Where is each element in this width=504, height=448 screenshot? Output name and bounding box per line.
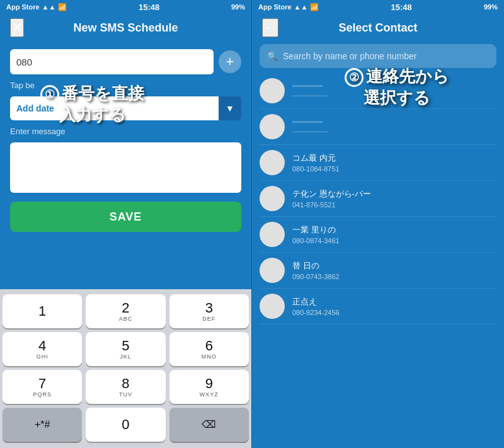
list-item[interactable]: テ化ン 恩ながら-バー 041-876-5521 <box>260 181 496 217</box>
list-item[interactable]: コム最 内元 080-1084-8751 <box>260 145 496 181</box>
right-panel-wrapper: App Store ▲▲ 📶 15:48 99% ← Select Contac… <box>252 0 504 448</box>
contact-info: ━━━━━━ ━━━━━━━━ <box>292 117 328 136</box>
keyboard: 1 2 ABC 3 DEF 4 GHI 5 JKL 6 MNO <box>0 289 251 448</box>
avatar <box>260 114 285 139</box>
annotation-text-right: ②連絡先から選択する <box>296 66 498 109</box>
phone-input[interactable] <box>10 49 214 74</box>
circle-1: ① <box>40 85 59 104</box>
contact-phone: 080-9234-2456 <box>292 309 340 316</box>
contact-name: ━━━━━━ <box>292 117 328 127</box>
list-item[interactable]: 正点え 080-9234-2456 <box>260 289 496 325</box>
search-bar[interactable]: 🔍 Search by name or phone number <box>260 44 496 68</box>
key-3[interactable]: 3 DEF <box>169 294 249 328</box>
list-item[interactable]: ━━━━━━ ━━━━━━━━ <box>260 109 496 145</box>
keyboard-row-3: 7 PQRS 8 TUV 9 WXYZ <box>3 370 249 404</box>
avatar <box>260 78 285 103</box>
key-8[interactable]: 8 TUV <box>86 370 165 404</box>
contact-info: コム最 内元 080-1084-8751 <box>292 152 340 173</box>
avatar <box>260 294 285 319</box>
key-delete[interactable]: ⌫ <box>169 408 249 442</box>
left-panel: App Store ▲▲ 📶 15:48 99% ✕ New SMS Sched… <box>0 0 251 448</box>
keyboard-row-4: +*# 0 ⌫ <box>3 408 249 442</box>
key-6[interactable]: 6 MNO <box>169 332 249 366</box>
avatar <box>260 186 285 211</box>
right-status-right: 99% <box>484 3 498 11</box>
contact-name: 一業 里りの <box>292 224 340 236</box>
key-symbols[interactable]: +*# <box>3 408 82 442</box>
search-icon: 🔍 <box>267 51 278 61</box>
contact-name: 替 日の <box>292 260 340 272</box>
form-area: + Tap be Add date ▼ Enter message SAVE <box>0 42 251 239</box>
right-page-title: Select Contact <box>338 21 417 35</box>
wifi-icon: 📶 <box>58 3 67 11</box>
annotation-text-left: ①番号を直接入力する <box>40 83 144 126</box>
back-button[interactable]: ← <box>262 18 278 37</box>
chevron-down-icon[interactable]: ▼ <box>219 96 241 120</box>
right-status-bar: App Store ▲▲ 📶 15:48 99% <box>252 0 504 14</box>
contact-phone: ━━━━━━━━ <box>292 128 328 136</box>
add-recipient-button[interactable]: + <box>219 50 241 73</box>
avatar <box>260 222 285 247</box>
left-time: 15:48 <box>139 3 159 12</box>
right-app-store-label: App Store <box>258 3 292 11</box>
contact-name: コム最 内元 <box>292 152 340 164</box>
contact-name: 正点え <box>292 296 340 307</box>
key-0[interactable]: 0 <box>86 408 165 442</box>
search-placeholder: Search by name or phone number <box>283 51 416 61</box>
save-button[interactable]: SAVE <box>10 202 241 232</box>
keyboard-row-2: 4 GHI 5 JKL 6 MNO <box>3 332 249 366</box>
app-store-label: App Store <box>6 3 40 11</box>
right-wifi-icon: 📶 <box>310 3 319 11</box>
contact-info: 一業 里りの 080-0874-3461 <box>292 224 340 244</box>
key-9[interactable]: 9 WXYZ <box>169 370 249 404</box>
contact-phone: 090-0743-3862 <box>292 273 340 280</box>
close-button[interactable]: ✕ <box>10 18 24 37</box>
right-time: 15:48 <box>391 3 412 12</box>
avatar <box>260 258 285 283</box>
key-1[interactable]: 1 <box>3 294 82 328</box>
circle-2: ② <box>345 68 364 87</box>
contact-info: 正点え 080-9234-2456 <box>292 296 340 316</box>
left-nav-bar: ✕ New SMS Schedule <box>0 14 251 42</box>
battery-label: 99% <box>231 3 245 11</box>
list-item[interactable]: 一業 里りの 080-0874-3461 <box>260 217 496 253</box>
key-7[interactable]: 7 PQRS <box>3 370 82 404</box>
page-title: New SMS Schedule <box>73 21 178 35</box>
left-status-bar: App Store ▲▲ 📶 15:48 99% <box>0 0 251 14</box>
right-status-left: App Store ▲▲ 📶 <box>258 3 319 11</box>
contact-name: テ化ン 恩ながら-バー <box>292 188 371 200</box>
list-item[interactable]: 替 日の 090-0743-3862 <box>260 253 496 289</box>
left-status-right: 99% <box>231 3 245 11</box>
key-2[interactable]: 2 ABC <box>86 294 165 328</box>
contact-info: 替 日の 090-0743-3862 <box>292 260 340 280</box>
contact-phone: 080-1084-8751 <box>292 165 340 173</box>
contact-info: テ化ン 恩ながら-バー 041-876-5521 <box>292 188 371 209</box>
right-signal-icon: ▲▲ <box>294 3 308 11</box>
right-nav-bar: ← Select Contact <box>252 14 504 42</box>
right-annotation: ②連絡先から選択する <box>296 66 498 109</box>
message-input[interactable] <box>10 142 241 193</box>
form-outer: + Tap be Add date ▼ Enter message SAVE <box>0 42 251 289</box>
key-5[interactable]: 5 JKL <box>86 332 165 366</box>
key-4[interactable]: 4 GHI <box>3 332 82 366</box>
phone-row: + <box>10 49 241 74</box>
contact-phone: 080-0874-3461 <box>292 237 340 244</box>
contact-phone: 041-876-5521 <box>292 201 371 209</box>
avatar <box>260 150 285 175</box>
signal-icon: ▲▲ <box>42 3 56 11</box>
keyboard-row-1: 1 2 ABC 3 DEF <box>3 294 249 328</box>
contact-list: ━━━━━━ ━━━━━━━━ ━━━━━━ ━━━━━━━━ コム最 内元 0… <box>252 73 504 448</box>
left-status-left: App Store ▲▲ 📶 <box>6 3 67 11</box>
left-annotation: ①番号を直接入力する <box>32 79 153 130</box>
right-battery-label: 99% <box>484 3 498 11</box>
